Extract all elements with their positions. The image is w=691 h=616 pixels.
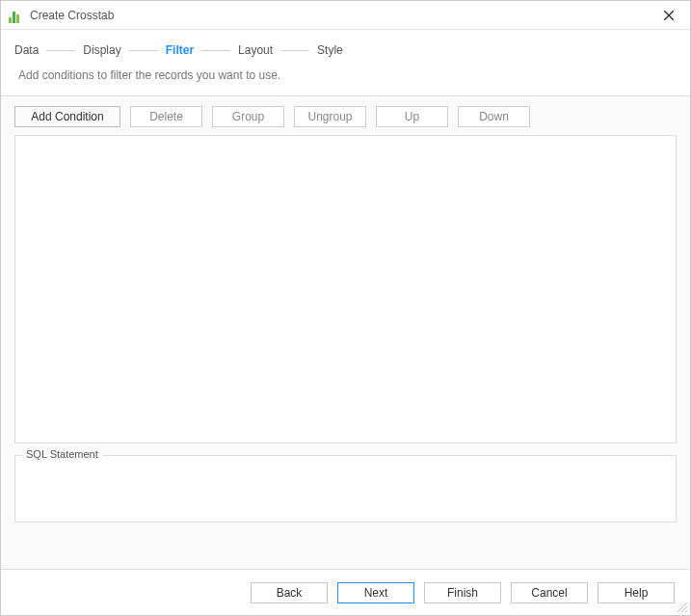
conditions-list[interactable] (14, 135, 677, 443)
cancel-button[interactable]: Cancel (511, 582, 588, 603)
resize-grip[interactable] (675, 600, 688, 613)
ungroup-button[interactable]: Ungroup (294, 106, 366, 127)
step-style[interactable]: Style (317, 43, 343, 57)
back-button[interactable]: Back (251, 582, 328, 603)
help-button[interactable]: Help (598, 582, 675, 603)
sql-statement-box[interactable] (14, 455, 677, 522)
app-icon (9, 8, 24, 23)
step-data[interactable]: Data (14, 43, 39, 57)
resize-grip-icon (675, 600, 688, 613)
titlebar: Create Crosstab (1, 1, 690, 30)
content-area: Add Condition Delete Group Ungroup Up Do… (1, 95, 690, 571)
up-button[interactable]: Up (376, 106, 448, 127)
step-connector (46, 50, 75, 51)
window-title: Create Crosstab (30, 9, 114, 22)
close-button[interactable] (655, 5, 682, 26)
delete-button[interactable]: Delete (130, 106, 202, 127)
svg-line-4 (685, 610, 687, 612)
sql-statement-legend: SQL Statement (22, 448, 102, 460)
wizard-steps: Data Display Filter Layout Style (1, 30, 690, 63)
step-layout[interactable]: Layout (238, 43, 273, 57)
down-button[interactable]: Down (458, 106, 530, 127)
add-condition-button[interactable]: Add Condition (14, 106, 120, 127)
sql-statement-group: SQL Statement (14, 455, 677, 522)
step-connector (129, 50, 158, 51)
step-display[interactable]: Display (83, 43, 120, 57)
step-connector (201, 50, 230, 51)
step-filter[interactable]: Filter (166, 43, 194, 57)
wizard-footer: Back Next Finish Cancel Help (1, 569, 690, 615)
condition-toolbar: Add Condition Delete Group Ungroup Up Do… (14, 106, 677, 127)
finish-button[interactable]: Finish (424, 582, 501, 603)
step-description: Add conditions to filter the records you… (1, 63, 690, 95)
close-icon (664, 11, 674, 20)
next-button[interactable]: Next (337, 582, 414, 603)
group-button[interactable]: Group (212, 106, 284, 127)
step-connector (280, 50, 309, 51)
